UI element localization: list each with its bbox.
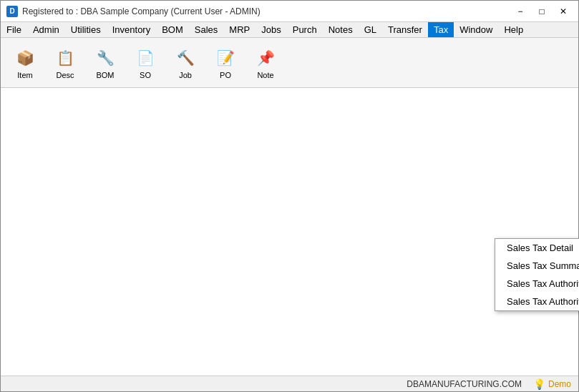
bulb-icon: 💡 [533,378,545,390]
app-icon: D [6,6,18,17]
toolbar-po-button[interactable]: 📝 PO [207,41,244,84]
menu-admin[interactable]: Admin [27,22,65,37]
toolbar-so-button[interactable]: 📄 SO [127,41,164,84]
toolbar-note-button[interactable]: 📌 Note [247,41,284,84]
toolbar-bom-button[interactable]: 🔧 BOM [87,41,124,84]
toolbar: 📦 Item 📋 Desc 🔧 BOM 📄 SO 🔨 Job 📝 PO 📌 No… [1,38,578,88]
submenu-sales-tax-authority-summary[interactable]: Sales Tax Authority Summary [495,293,579,310]
maximize-button[interactable]: □ [532,4,551,19]
close-button[interactable]: ✕ [554,4,573,19]
bom-icon: 🔧 [94,46,117,69]
note-icon: 📌 [254,46,277,69]
desc-label: Desc [56,71,74,79]
submenu-sales-tax-summary[interactable]: Sales Tax Summary [495,257,579,275]
status-url: DBAMANUFACTURING.COM [407,379,522,389]
demo-label: Demo [548,379,571,389]
data-views-submenu: Sales Tax Detail Sales Tax Summary Sales… [495,238,579,311]
job-label: Job [179,71,192,79]
menu-bom[interactable]: BOM [156,22,189,37]
menu-inventory[interactable]: Inventory [107,22,156,37]
menu-jobs[interactable]: Jobs [256,22,286,37]
submenu-sales-tax-detail[interactable]: Sales Tax Detail [495,239,579,257]
menu-notes[interactable]: Notes [323,22,359,37]
note-label: Note [257,71,273,79]
toolbar-desc-button[interactable]: 📋 Desc [47,41,84,84]
status-bar: DBAMANUFACTURING.COM 💡 Demo [1,376,578,391]
menu-bar: File Admin Utilities Inventory BOM Sales… [1,22,578,38]
so-label: SO [140,71,151,79]
menu-tax[interactable]: Tax [428,22,454,37]
so-icon: 📄 [134,46,157,69]
toolbar-job-button[interactable]: 🔨 Job [167,41,204,84]
bom-label: BOM [96,71,114,79]
menu-mrp[interactable]: MRP [223,22,256,37]
toolbar-item-button[interactable]: 📦 Item [6,41,44,84]
title-controls: − □ ✕ [511,4,573,19]
menu-help[interactable]: Help [498,22,529,37]
po-icon: 📝 [214,46,237,69]
job-icon: 🔨 [174,46,197,69]
menu-utilities[interactable]: Utilities [65,22,107,37]
item-label: Item [17,71,32,79]
status-demo: 💡 Demo [533,378,571,390]
menu-transfer[interactable]: Transfer [382,22,428,37]
item-icon: 📦 [14,46,37,69]
menu-gl[interactable]: GL [359,22,382,37]
desc-icon: 📋 [54,46,77,69]
menu-file[interactable]: File [1,22,27,37]
minimize-button[interactable]: − [511,4,530,19]
submenu-sales-tax-authority-by-invoice[interactable]: Sales Tax Authority by Invoice [495,275,579,293]
title-bar: D Registered to : DBA Sample Company (Cu… [1,1,578,22]
content-area: Tax Defaults Tax Authorities Tax Codes D… [1,88,578,391]
title-text: Registered to : DBA Sample Company (Curr… [22,6,261,16]
po-label: PO [220,71,231,79]
menu-purch[interactable]: Purch [287,22,323,37]
menu-window[interactable]: Window [454,22,498,37]
menu-sales[interactable]: Sales [189,22,224,37]
